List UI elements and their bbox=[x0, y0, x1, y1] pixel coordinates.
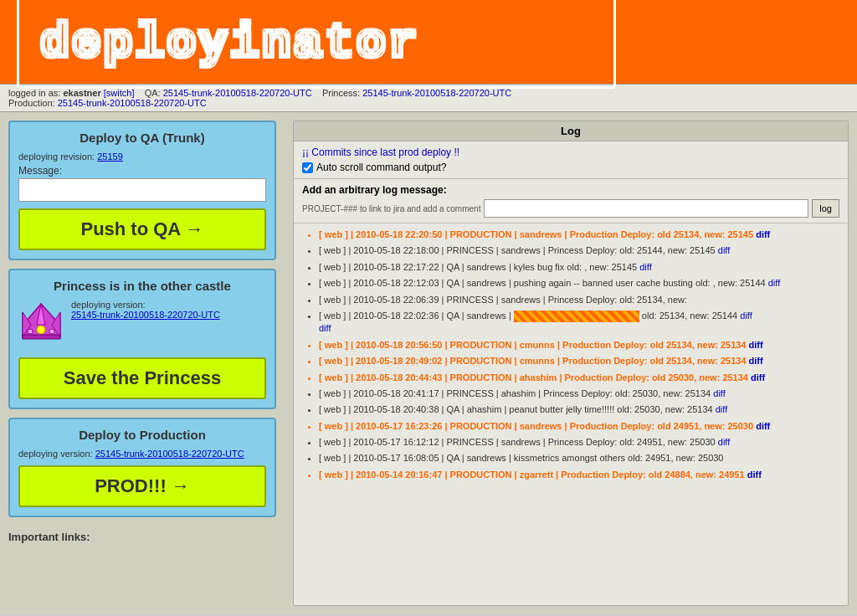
username: ekastner bbox=[63, 88, 100, 98]
deploy-qa-title: Deploy to QA (Trunk) bbox=[18, 131, 266, 145]
log-entry-0: [ web ] | 2010-05-18 22:20:50 | PRODUCTI… bbox=[319, 228, 839, 241]
diff-link-10[interactable]: diff bbox=[716, 404, 727, 414]
message-label: Message: bbox=[18, 165, 266, 177]
diff-link-8[interactable]: diff bbox=[751, 372, 765, 382]
deploy-prod-label: deploying version: bbox=[18, 449, 93, 459]
important-links-section: Important links: bbox=[8, 526, 276, 543]
princess-deploy-info: deploying version: 25145-trunk-20100518-… bbox=[71, 300, 220, 320]
diff-link-2[interactable]: diff bbox=[639, 262, 651, 272]
important-links-label: Important links: bbox=[8, 531, 276, 543]
add-log-section: Add an arbitrary log message: PROJECT-##… bbox=[294, 179, 848, 223]
log-entry-11: [ web ] | 2010-05-17 16:23:26 | PRODUCTI… bbox=[319, 420, 839, 433]
diff-link-7[interactable]: diff bbox=[749, 356, 763, 366]
logo: deployinator bbox=[17, 0, 616, 89]
prod-button[interactable]: PROD!!! → bbox=[18, 465, 266, 507]
log-title: Log bbox=[294, 121, 848, 141]
message-input[interactable] bbox=[18, 178, 266, 202]
qa-label: QA: bbox=[145, 88, 161, 98]
log-entries: [ web ] | 2010-05-18 22:20:50 | PRODUCTI… bbox=[294, 223, 848, 490]
push-to-qa-button[interactable]: Push to QA → bbox=[18, 208, 266, 250]
qa-version-link[interactable]: 25145-trunk-20100518-220720-UTC bbox=[163, 88, 312, 98]
switch-link[interactable]: [switch] bbox=[104, 88, 135, 98]
logged-in-label: logged in as: bbox=[8, 88, 60, 98]
deploy-qa-label: deploying revision: bbox=[18, 151, 95, 162]
auto-scroll-checkbox[interactable] bbox=[302, 162, 313, 173]
deploy-prod-title: Deploy to Production bbox=[18, 428, 266, 442]
add-log-placeholder-label: PROJECT-### to link to jira and add a co… bbox=[302, 204, 480, 213]
diff-link-6[interactable]: diff bbox=[749, 340, 763, 350]
log-entry-6: [ web ] | 2010-05-18 20:56:50 | PRODUCTI… bbox=[319, 339, 839, 352]
deploy-qa-section: Deploy to QA (Trunk) deploying revision:… bbox=[8, 121, 276, 260]
deploy-prod-info: deploying version: 25145-trunk-20100518-… bbox=[18, 449, 266, 459]
diff-link-3[interactable]: diff bbox=[768, 278, 780, 288]
diff-link-1[interactable]: diff bbox=[718, 245, 730, 255]
deploy-prod-section: Deploy to Production deploying version: … bbox=[8, 418, 276, 517]
diff-link-9[interactable]: diff bbox=[713, 388, 725, 398]
add-log-input[interactable] bbox=[484, 199, 808, 218]
log-entry-1: [ web ] | 2010-05-18 22:18:00 | PRINCESS… bbox=[319, 244, 839, 257]
production-version-link[interactable]: 25145-trunk-20100518-220720-UTC bbox=[58, 98, 207, 108]
svg-rect-9 bbox=[23, 335, 60, 339]
log-container: Log ¡¡ Commits since last prod deploy !!… bbox=[293, 121, 849, 606]
log-entry-9: [ web ] | 2010-05-18 20:41:17 | PRINCESS… bbox=[319, 388, 839, 400]
log-entry-7: [ web ] | 2010-05-18 20:49:02 | PRODUCTI… bbox=[319, 355, 839, 367]
add-log-title: Add an arbitrary log message: bbox=[302, 184, 839, 196]
deploy-prod-version[interactable]: 25145-trunk-20100518-220720-UTC bbox=[95, 449, 244, 459]
princess-deploying-label: deploying version: bbox=[71, 300, 146, 310]
left-panel: Deploy to QA (Trunk) deploying revision:… bbox=[0, 112, 285, 614]
princess-crown-icon bbox=[18, 300, 64, 351]
princess-content: deploying version: 25145-trunk-20100518-… bbox=[18, 300, 266, 351]
princess-label: Princess: bbox=[322, 88, 360, 98]
diff-link-14[interactable]: diff bbox=[747, 470, 762, 480]
princess-version-link[interactable]: 25145-trunk-20100518-220720-UTC bbox=[362, 88, 511, 98]
log-entry-10: [ web ] | 2010-05-18 20:40:38 | QA | aha… bbox=[319, 403, 839, 416]
production-label: Production: bbox=[8, 98, 55, 108]
log-controls: ¡¡ Commits since last prod deploy !! Aut… bbox=[294, 141, 848, 179]
deploy-qa-revision[interactable]: 25159 bbox=[97, 151, 123, 162]
svg-text:deployinator: deployinator bbox=[40, 16, 420, 69]
princess-section: Princess is in the other castle bbox=[8, 269, 276, 409]
log-entry-12: [ web ] | 2010-05-17 16:12:12 | PRINCESS… bbox=[319, 436, 839, 449]
commits-link[interactable]: ¡¡ Commits since last prod deploy !! bbox=[302, 146, 459, 158]
deploy-qa-info: deploying revision: 25159 bbox=[18, 151, 266, 162]
log-entry-14: [ web ] | 2010-05-14 20:16:47 | PRODUCTI… bbox=[319, 469, 839, 481]
log-button[interactable]: log bbox=[812, 199, 839, 218]
svg-point-7 bbox=[28, 329, 33, 334]
diff-link-11[interactable]: diff bbox=[756, 421, 770, 431]
princess-version-link[interactable]: 25145-trunk-20100518-220720-UTC bbox=[71, 310, 220, 320]
main-layout: Deploy to QA (Trunk) deploying revision:… bbox=[0, 112, 857, 614]
log-entry-13: [ web ] | 2010-05-17 16:08:05 | QA | san… bbox=[319, 452, 839, 465]
diff-link-5[interactable]: diff bbox=[740, 311, 752, 321]
header: deployinator bbox=[0, 0, 857, 84]
log-entry-8: [ web ] | 2010-05-18 20:44:43 | PRODUCTI… bbox=[319, 372, 839, 384]
svg-point-8 bbox=[49, 329, 54, 334]
auto-scroll-label: Auto scroll command output? bbox=[316, 162, 446, 173]
log-list: [ web ] | 2010-05-18 22:20:50 | PRODUCTI… bbox=[302, 228, 839, 481]
diff-link-0[interactable]: diff bbox=[756, 229, 770, 239]
right-panel: Log ¡¡ Commits since last prod deploy !!… bbox=[285, 112, 857, 614]
log-entry-5: [ web ] | 2010-05-18 22:02:36 | QA | san… bbox=[319, 310, 839, 336]
svg-point-6 bbox=[37, 326, 45, 334]
log-entry-4: [ web ] | 2010-05-18 22:06:39 | PRINCESS… bbox=[319, 294, 839, 306]
diff-link-12[interactable]: diff bbox=[718, 437, 730, 447]
auto-scroll: Auto scroll command output? bbox=[302, 162, 839, 173]
log-entry-2: [ web ] | 2010-05-18 22:17:22 | QA | san… bbox=[319, 261, 839, 274]
princess-title: Princess is in the other castle bbox=[18, 279, 266, 293]
save-princess-button[interactable]: Save the Princess bbox=[18, 357, 266, 399]
log-entry-3: [ web ] | 2010-05-18 22:12:03 | QA | san… bbox=[319, 277, 839, 290]
status-bar: logged in as: ekastner [switch] QA: 2514… bbox=[0, 84, 857, 112]
redacted-bar bbox=[514, 311, 639, 322]
